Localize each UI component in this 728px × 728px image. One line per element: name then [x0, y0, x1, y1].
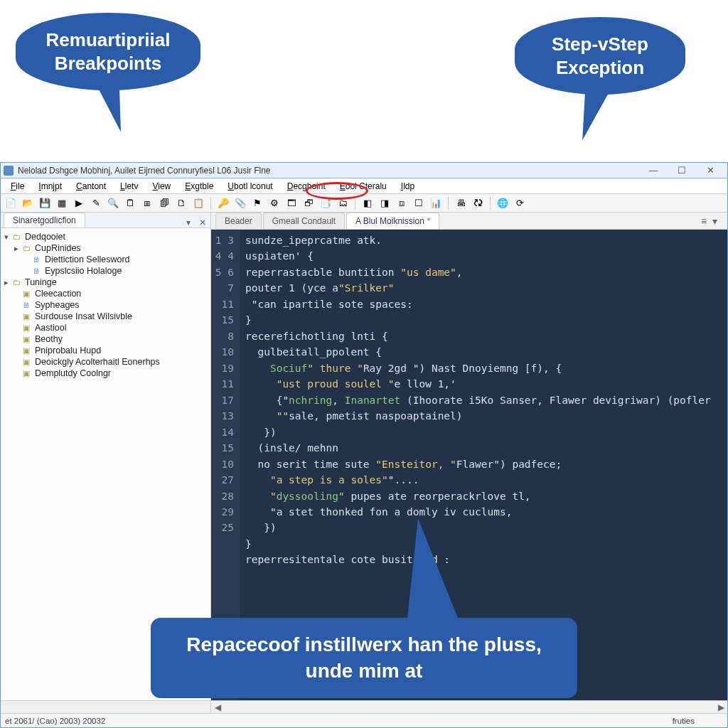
tree-item[interactable]: ▣Deoickgly Acolterhaitl Eonerhps — [2, 356, 209, 368]
menubar: FileImnjptCantontLletvViewExgtbleUbotl l… — [1, 178, 727, 194]
toolbar-button[interactable]: ⧈ — [395, 196, 409, 210]
toolbar-button[interactable]: ◨ — [378, 196, 392, 210]
close-button[interactable]: ✕ — [696, 164, 724, 178]
page-icon: 🗎 — [31, 255, 42, 264]
editor-tab[interactable]: A Blul Moiknission* — [346, 213, 439, 229]
tree-item[interactable]: ▸🗀Tuninge — [2, 277, 209, 288]
menu-item-exgtble[interactable]: Exgtble — [178, 179, 220, 193]
maximize-button[interactable]: ☐ — [668, 164, 696, 178]
tree-item[interactable]: ▸🗀CupRinides — [2, 242, 209, 254]
menu-item-decghoint[interactable]: Decghoint — [280, 179, 333, 193]
menu-item-imnjpt[interactable]: Imnjpt — [31, 179, 69, 193]
menu-item-eoolcteralu[interactable]: Eool Cteralu — [333, 179, 394, 193]
tree-item[interactable]: ▣Aastiool — [2, 322, 209, 333]
statusbar: et 2061/ (Cao) 2003) 20032 fruties — [1, 713, 727, 727]
horizontal-scrollbar[interactable]: ◀ ▶ — [1, 700, 727, 713]
tree-item[interactable]: ▣Beothy — [2, 333, 209, 345]
toolbar-button[interactable]: 🔍 — [106, 196, 120, 210]
scroll-right-icon[interactable]: ▶ — [714, 701, 727, 714]
menu-item-view[interactable]: View — [145, 179, 178, 193]
menu-item-ubotllconut[interactable]: Ubotl lconut — [220, 179, 279, 193]
toolbar-button[interactable]: 💾 — [38, 196, 52, 210]
toolbar-button[interactable]: 🗒 — [123, 196, 137, 210]
toolbar-button[interactable]: ▦ — [55, 196, 69, 210]
toolbar-button[interactable]: 📂 — [21, 196, 35, 210]
callout-tail — [97, 82, 128, 134]
toolbar-button[interactable]: ▶ — [72, 196, 86, 210]
toolbar-button[interactable]: 🗘 — [471, 196, 485, 210]
toolbar-button[interactable]: 🗗 — [301, 196, 316, 210]
toolbar-button[interactable]: 🌐 — [496, 196, 510, 210]
box-icon: ▣ — [21, 323, 32, 333]
page-icon: 🗎 — [21, 300, 32, 310]
tree-expand-icon[interactable]: ▾ — [2, 232, 11, 242]
tree-item-label: Tuninge — [25, 277, 57, 287]
toolbar-button[interactable]: ◧ — [360, 196, 375, 210]
tree-item[interactable]: 🗎Diettiction Sellesword — [2, 254, 209, 265]
toolbar-button[interactable]: 🗔 — [284, 196, 299, 210]
toolbar-button[interactable]: 🗐 — [157, 196, 171, 210]
toolbar-button[interactable]: 🗉 — [140, 196, 154, 210]
scroll-left-icon[interactable]: ◀ — [211, 701, 224, 714]
toolbar-button[interactable]: ⟳ — [513, 196, 527, 210]
toolbar-button[interactable]: ✎ — [89, 196, 103, 210]
tree-expand-icon[interactable]: ▸ — [12, 244, 21, 253]
editor-toggle-icon[interactable]: ≡ ▾ — [701, 215, 719, 227]
sidebar-menu-icon[interactable]: ▾ — [182, 218, 195, 228]
menu-item-cantont[interactable]: Cantont — [69, 179, 113, 193]
titlebar: Nelolad Dshgce Mobhinj, Auilet Eijrned C… — [1, 163, 727, 178]
tree-expand-icon[interactable]: ▸ — [2, 278, 11, 287]
toolbar-button[interactable]: 📑 — [318, 196, 333, 210]
toolbar-button[interactable]: 📄 — [4, 196, 18, 210]
app-icon — [4, 166, 14, 176]
tree-item-label: Cleecaction — [35, 289, 81, 299]
box-icon: ▣ — [21, 368, 32, 378]
editor-tab[interactable]: Gmeall Condault — [263, 213, 345, 229]
menu-item-lletv[interactable]: Lletv — [113, 179, 145, 193]
tree-item-label: Aastiool — [35, 323, 66, 333]
sidebar-tab[interactable]: Sinaretgodlicfion — [4, 213, 85, 228]
callout-left-text: Remuartipriial Breakpoints — [46, 29, 171, 74]
tree-item-label: Demplutdy Coolngr — [35, 368, 111, 378]
menu-item-file[interactable]: File — [4, 179, 31, 193]
toolbar-button[interactable]: 🗋 — [174, 196, 188, 210]
editor-tabs: BeaderGmeall CondaultA Blul Moiknission*… — [211, 213, 727, 230]
tree-item[interactable]: ▾🗀Dedqooiet — [2, 231, 209, 242]
tree-item[interactable]: ▣Demplutdy Coolngr — [2, 368, 209, 379]
tree-item[interactable]: ▣Pniprobalu Hupd — [2, 345, 209, 356]
callout-bottom: Repacecoof instillwerx han the pluss, un… — [151, 618, 577, 698]
window-buttons: — ☐ ✕ — [639, 164, 724, 178]
toolbar-button[interactable]: 📎 — [233, 196, 247, 210]
tree-item[interactable]: 🗎Eypslcsiio Holaloge — [2, 265, 209, 277]
box-icon: ▣ — [21, 311, 32, 321]
folder-icon: 🗀 — [11, 232, 22, 242]
tree-item[interactable]: ▣Cleecaction — [2, 288, 209, 299]
status-right: fruties — [673, 717, 695, 725]
toolbar-button[interactable]: 🖶 — [454, 196, 468, 210]
box-icon: ▣ — [21, 289, 32, 299]
toolbar-button[interactable]: 🗂 — [336, 196, 350, 210]
callout-breakpoints: Remuartipriial Breakpoints — [16, 13, 200, 90]
tree-item-label: CupRinides — [35, 243, 81, 253]
tree-item-label: Dedqooiet — [25, 232, 65, 242]
toolbar-button[interactable]: ⚙ — [267, 196, 282, 210]
box-icon: ▣ — [21, 357, 32, 367]
minimize-button[interactable]: — — [639, 164, 668, 178]
tree-item-label: Sypheages — [35, 300, 80, 310]
tree-item-label: Surdouse Insat Wilsivble — [35, 311, 132, 321]
toolbar-button[interactable]: ⚑ — [250, 196, 264, 210]
tree-item[interactable]: ▣Surdouse Insat Wilsivble — [2, 311, 209, 322]
toolbar-button[interactable]: ☐ — [412, 196, 426, 210]
tree-item[interactable]: 🗎Sypheages — [2, 299, 209, 311]
menu-item-ildp[interactable]: Ildp — [394, 179, 422, 193]
sidebar-close-icon[interactable]: ✕ — [195, 218, 210, 228]
toolbar-button[interactable]: 🔑 — [216, 196, 230, 210]
callout-exception: Step-vStep Exception — [515, 17, 685, 95]
page-icon: 🗎 — [31, 266, 42, 276]
callout-tail — [407, 518, 461, 625]
callout-bottom-text: Repacecoof instillwerx han the pluss, un… — [186, 633, 541, 681]
toolbar-button[interactable]: 📋 — [191, 196, 205, 210]
toolbar-button[interactable]: 📊 — [429, 196, 443, 210]
editor-tab[interactable]: Beader — [215, 213, 262, 229]
callout-tail — [573, 87, 609, 144]
